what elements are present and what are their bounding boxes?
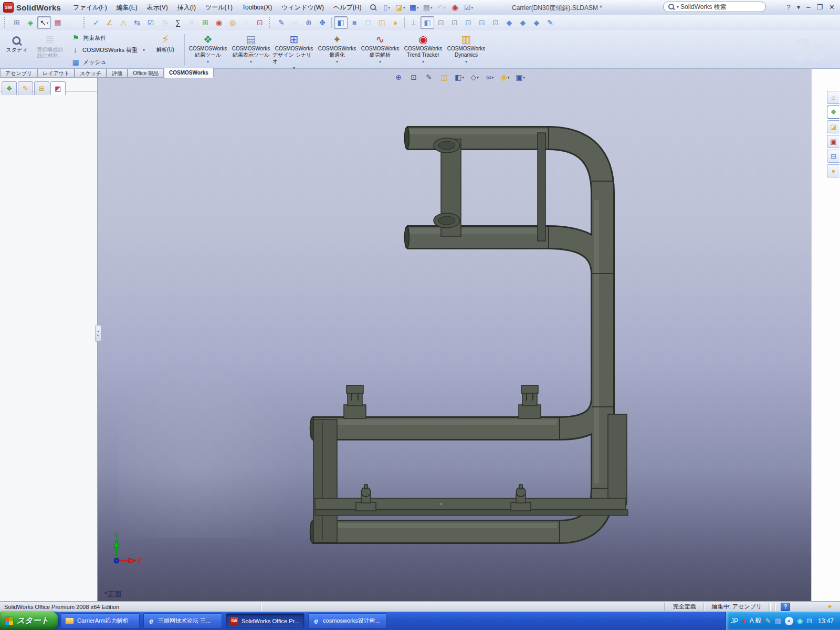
view-isometric[interactable]: ◧ bbox=[421, 16, 434, 29]
design-checker[interactable]: ☑ bbox=[144, 16, 158, 29]
small-clamp-left[interactable] bbox=[356, 485, 376, 511]
menu-search-icon[interactable] bbox=[370, 4, 377, 11]
cosmosworks-manager-tab[interactable]: ◩ bbox=[50, 81, 66, 95]
view-left[interactable]: ⊡ bbox=[461, 16, 475, 29]
restraints[interactable]: ⚑拘束条件 bbox=[71, 34, 145, 42]
section-view[interactable]: ◫ bbox=[375, 16, 388, 29]
minimize-button[interactable]: – bbox=[806, 2, 810, 13]
select-arrow[interactable]: ↖ bbox=[37, 16, 51, 29]
design-scenario[interactable]: ⊞ COSMOSWorks デザイン シナリオ bbox=[272, 32, 316, 68]
ime-mode-indicator[interactable]: A 般 bbox=[750, 616, 762, 625]
tab-cosmosworks[interactable]: COSMOSWorks bbox=[164, 68, 214, 78]
normal-to[interactable]: ⊥ bbox=[407, 16, 421, 29]
design-library[interactable]: ❖ bbox=[827, 106, 839, 119]
graphics-viewport[interactable]: ⊕⊡✎◫◧◇∞◉▣ bbox=[98, 69, 811, 601]
study-button[interactable]: スタディ bbox=[2, 32, 32, 68]
task-carrierarm-folder[interactable]: CarrierArm応力解析 bbox=[61, 613, 140, 628]
deviation-analysis[interactable]: ✕ bbox=[185, 16, 198, 29]
view-back[interactable]: ⊡ bbox=[448, 16, 461, 29]
zoom-to-fit[interactable]: ⊕ bbox=[392, 71, 405, 83]
menu-item[interactable]: 表示(V) bbox=[142, 1, 173, 14]
mass-properties[interactable]: △ bbox=[117, 16, 130, 29]
view-dimetric[interactable]: ◆ bbox=[502, 16, 516, 29]
tag-icon[interactable]: ✦ bbox=[827, 603, 833, 611]
toolbar-grip[interactable] bbox=[269, 17, 272, 28]
start-button[interactable]: スタート bbox=[0, 612, 58, 630]
quick-tips-icon[interactable]: ? bbox=[781, 603, 790, 611]
color-swatches[interactable]: ▦ bbox=[51, 16, 65, 29]
help-button[interactable]: ? bbox=[786, 2, 790, 13]
tab-office[interactable]: Office 製品 bbox=[128, 69, 164, 78]
save[interactable]: ▦ bbox=[407, 1, 421, 14]
hide-icons-chevron[interactable]: « bbox=[785, 617, 793, 625]
view-right[interactable]: ⊡ bbox=[475, 16, 489, 29]
view-selector[interactable]: ✎ bbox=[543, 16, 557, 29]
menu-item[interactable]: ウィンドウ(W) bbox=[277, 1, 329, 14]
mesh[interactable]: ▦メッシュ bbox=[71, 58, 145, 66]
task-solidworks[interactable]: SW SolidWorks Office Pr... bbox=[226, 613, 304, 628]
property-manager-tab[interactable]: ✎ bbox=[18, 81, 33, 95]
run-analysis-button[interactable]: ⚡ 解析(U) bbox=[148, 32, 183, 68]
tab-assembly[interactable]: アセンブリ bbox=[0, 69, 37, 78]
view-palette[interactable]: ⊟ bbox=[827, 150, 839, 163]
messenger-icon[interactable]: ◉ bbox=[797, 617, 803, 624]
pan[interactable]: ✥ bbox=[316, 16, 329, 29]
hidden-lines-removed[interactable]: □ bbox=[361, 16, 375, 29]
view-front[interactable]: ⊡ bbox=[434, 16, 448, 29]
layer-properties[interactable]: ⊡ bbox=[253, 16, 267, 29]
measure[interactable]: ∠ bbox=[103, 16, 117, 29]
move-component[interactable]: ⇆ bbox=[130, 16, 144, 29]
model-canvas[interactable]: Y X bbox=[98, 69, 811, 601]
menu-item[interactable]: Toolbox(X) bbox=[237, 2, 277, 13]
solidworks-resources[interactable]: ⌂ bbox=[827, 91, 839, 104]
view-top[interactable]: ⊡ bbox=[489, 16, 502, 29]
photoworks-options[interactable]: ◎ bbox=[226, 16, 239, 29]
assembly-visualization[interactable]: ◈ bbox=[24, 16, 37, 29]
solidworks-toolbox[interactable]: ▣ bbox=[827, 135, 839, 148]
small-clamp-right[interactable] bbox=[511, 485, 531, 511]
print[interactable]: ▤ bbox=[421, 1, 435, 14]
menu-item[interactable]: ファイル(F) bbox=[68, 1, 111, 14]
display-style[interactable]: ◇ bbox=[468, 71, 481, 83]
lower-right-bar[interactable] bbox=[608, 414, 627, 505]
redraw[interactable]: ✎ bbox=[275, 16, 288, 29]
realview[interactable]: ● bbox=[388, 16, 402, 29]
help-caret[interactable]: ▾ bbox=[797, 2, 801, 13]
upper-support-rod[interactable] bbox=[538, 133, 545, 241]
options[interactable]: ☑ bbox=[462, 1, 476, 14]
open[interactable]: ◪ bbox=[394, 1, 407, 14]
view-orientation[interactable]: ◧ bbox=[453, 71, 466, 83]
menu-item[interactable]: 挿入(I) bbox=[173, 1, 201, 14]
render-last[interactable]: ✓ bbox=[239, 16, 253, 29]
loads[interactable]: ↓COSMOSWorks 荷重 bbox=[71, 46, 145, 54]
language-indicator[interactable]: JP bbox=[731, 617, 738, 625]
link-views[interactable]: ∞ bbox=[288, 16, 302, 29]
optimization[interactable]: ✦ COSMOSWorks 最適化 bbox=[316, 32, 359, 68]
panel-splitter-handle[interactable]: ◂▸ bbox=[95, 325, 101, 342]
shaded-with-edges[interactable]: ◧ bbox=[334, 16, 348, 29]
bom-table[interactable]: ⊞ bbox=[198, 16, 212, 29]
previous-view[interactable]: ✎ bbox=[422, 71, 436, 83]
lower-left-bar[interactable] bbox=[313, 419, 337, 542]
spell-check[interactable]: ✓ bbox=[89, 16, 103, 29]
appearances[interactable]: ● bbox=[827, 164, 839, 177]
view-single[interactable]: ◆ bbox=[530, 16, 543, 29]
restore-button[interactable]: ❐ bbox=[816, 2, 823, 13]
tab-layout[interactable]: レイアウト bbox=[37, 69, 75, 78]
tab-sketch[interactable]: スケッチ bbox=[75, 69, 107, 78]
trend-tracker[interactable]: ◉ COSMOSWorks Trend Tracker bbox=[402, 32, 445, 68]
edit-appearance[interactable]: ◉ bbox=[498, 71, 512, 83]
menu-item[interactable]: ヘルプ(H) bbox=[329, 1, 366, 14]
new-document[interactable]: ▯ bbox=[380, 1, 394, 14]
section-view[interactable]: ◫ bbox=[437, 71, 451, 83]
apply-material-button[interactable]: ≣ 選択構成部品に材料... bbox=[32, 32, 68, 68]
menu-item[interactable]: ツール(T) bbox=[201, 1, 237, 14]
fatigue[interactable]: ∿ COSMOSWorks 疲労解析 bbox=[359, 32, 402, 68]
apply-scene[interactable]: ▣ bbox=[513, 71, 527, 83]
schedule[interactable]: ◷ bbox=[158, 16, 171, 29]
ime-toolbox-icon[interactable]: ▥ bbox=[774, 617, 781, 624]
network-icon[interactable]: ⊟ bbox=[806, 617, 812, 624]
photoworks-render[interactable]: ◉ bbox=[212, 16, 226, 29]
results-tools[interactable]: ❖ COSMOSWorks 結果ツール bbox=[186, 32, 229, 68]
zoom-in-out[interactable]: ⊕ bbox=[302, 16, 316, 29]
